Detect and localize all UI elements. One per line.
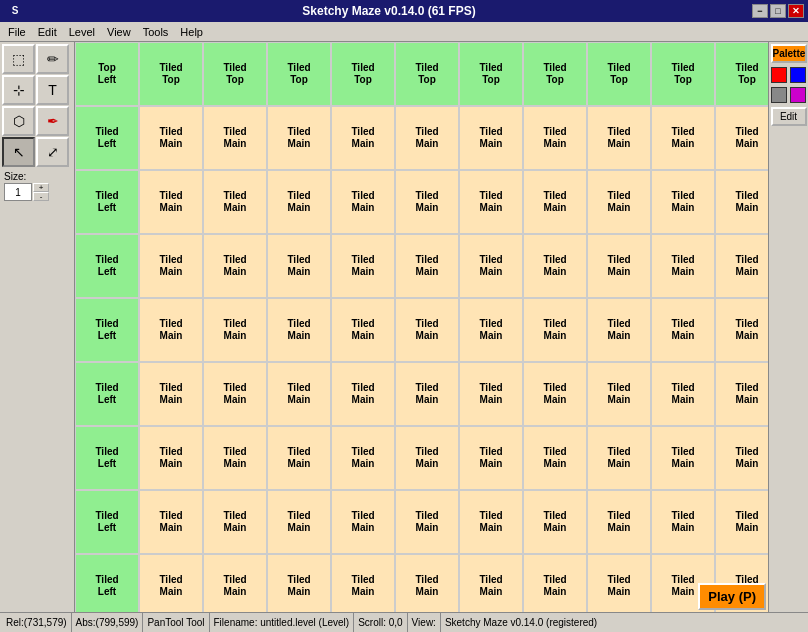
grid-cell: TiledLeft (75, 426, 139, 490)
grid-cell: TiledMain (587, 362, 651, 426)
grid-cell: TiledMain (139, 362, 203, 426)
edit-button[interactable]: Edit (771, 107, 807, 126)
palette-color-gray[interactable] (771, 87, 787, 103)
status-tool: PanTool Tool (143, 613, 209, 632)
grid-cell: TiledMain (395, 490, 459, 554)
grid-cell: TiledMain (395, 362, 459, 426)
titlebar-title: Sketchy Maze v0.14.0 (61 FPS) (26, 0, 752, 22)
tool-pencil[interactable]: ✏ (36, 44, 69, 74)
grid-cell: TiledMain (139, 490, 203, 554)
grid-cell: TiledMain (587, 490, 651, 554)
grid-cell: TiledMain (203, 106, 267, 170)
grid-cell: TiledMain (395, 170, 459, 234)
grid-cell: TiledMain (587, 106, 651, 170)
grid-cell: TiledTop (395, 42, 459, 106)
grid-cell: TiledMain (331, 298, 395, 362)
palette-color-purple[interactable] (790, 87, 806, 103)
grid-cell: TiledMain (651, 170, 715, 234)
grid-cell: TiledLeft (75, 170, 139, 234)
size-minus-button[interactable]: - (33, 192, 49, 201)
grid-cell: TopLeft (75, 42, 139, 106)
grid-cell: TiledMain (523, 362, 587, 426)
tool-move[interactable]: ⊹ (2, 75, 35, 105)
grid-cell: TiledLeft (75, 234, 139, 298)
tool-row-2: ⊹ T (2, 75, 72, 105)
main-layout: ⬚ ✏ ⊹ T ⬡ ✒ ↖ ⤢ Size: + - TopLeftTiledTo… (0, 42, 808, 612)
grid-cell: TiledMain (203, 554, 267, 612)
menu-file[interactable]: File (2, 24, 32, 40)
menu-edit[interactable]: Edit (32, 24, 63, 40)
grid-cell: TiledMain (139, 106, 203, 170)
grid-cell: TiledMain (267, 362, 331, 426)
grid-cell: TiledMain (395, 298, 459, 362)
grid-cell: TiledMain (139, 426, 203, 490)
grid-cell: TiledMain (331, 490, 395, 554)
grid-cell: TiledMain (331, 170, 395, 234)
grid-cell: TiledLeft (75, 490, 139, 554)
grid-cell: TiledMain (395, 234, 459, 298)
grid-cell: TiledMain (587, 170, 651, 234)
tool-fill[interactable]: ⬡ (2, 106, 35, 136)
status-rel: Rel:(731,579) (2, 613, 72, 632)
menu-help[interactable]: Help (174, 24, 209, 40)
size-input[interactable] (4, 183, 32, 201)
grid-cell: TiledMain (651, 298, 715, 362)
size-plus-button[interactable]: + (33, 183, 49, 192)
tool-text[interactable]: T (36, 75, 69, 105)
grid-cell: TiledMain (139, 554, 203, 612)
app-icon: S (4, 0, 26, 22)
grid-cell: TiledMain (459, 362, 523, 426)
tool-link[interactable]: ⤢ (36, 137, 69, 167)
grid-cell: TiledMain (203, 426, 267, 490)
grid-cell: TiledMain (587, 298, 651, 362)
grid-cell: TiledMain (331, 106, 395, 170)
grid-cell: TiledLeft (75, 106, 139, 170)
canvas-area[interactable]: TopLeftTiledTopTiledTopTiledTopTiledTopT… (75, 42, 768, 612)
grid-cell: TiledMain (523, 490, 587, 554)
grid-cell: TiledTop (203, 42, 267, 106)
size-pm-col: + - (33, 183, 49, 201)
grid-cell: TiledTop (267, 42, 331, 106)
status-view: View: (408, 613, 441, 632)
grid-cell: TiledMain (715, 362, 768, 426)
grid-cell: TiledMain (267, 170, 331, 234)
menu-level[interactable]: Level (63, 24, 101, 40)
grid-cell: TiledMain (331, 362, 395, 426)
tool-row-3: ⬡ ✒ (2, 106, 72, 136)
palette-color-red[interactable] (771, 67, 787, 83)
grid-cell: TiledTop (523, 42, 587, 106)
grid-cell: TiledMain (715, 106, 768, 170)
grid-cell: TiledMain (459, 490, 523, 554)
palette-color-blue[interactable] (790, 67, 806, 83)
menu-tools[interactable]: Tools (137, 24, 175, 40)
grid-cell: TiledMain (459, 234, 523, 298)
menubar: File Edit Level View Tools Help (0, 22, 808, 42)
grid-cell: TiledMain (395, 554, 459, 612)
titlebar-controls: − □ ✕ (752, 4, 804, 18)
tool-row-1: ⬚ ✏ (2, 44, 72, 74)
menu-view[interactable]: View (101, 24, 137, 40)
grid-cell: TiledMain (651, 362, 715, 426)
close-button[interactable]: ✕ (788, 4, 804, 18)
grid-cell: TiledMain (523, 106, 587, 170)
tool-pan[interactable]: ↖ (2, 137, 35, 167)
grid-cell: TiledTop (715, 42, 768, 106)
minimize-button[interactable]: − (752, 4, 768, 18)
grid-cell: TiledMain (459, 554, 523, 612)
canvas-grid: TopLeftTiledTopTiledTopTiledTopTiledTopT… (75, 42, 768, 612)
play-button[interactable]: Play (P) (698, 583, 766, 610)
grid-cell: TiledMain (203, 490, 267, 554)
grid-cell: TiledMain (331, 426, 395, 490)
palette-button[interactable]: Palette (771, 44, 807, 63)
grid-cell: TiledMain (651, 490, 715, 554)
grid-cell: TiledMain (139, 298, 203, 362)
grid-cell: TiledTop (651, 42, 715, 106)
grid-cell: TiledMain (651, 106, 715, 170)
grid-cell: TiledMain (267, 426, 331, 490)
tool-dropper[interactable]: ✒ (36, 106, 69, 136)
size-label: Size: (4, 171, 70, 182)
maximize-button[interactable]: □ (770, 4, 786, 18)
grid-cell: TiledMain (459, 106, 523, 170)
grid-cell: TiledTop (139, 42, 203, 106)
tool-select[interactable]: ⬚ (2, 44, 35, 74)
